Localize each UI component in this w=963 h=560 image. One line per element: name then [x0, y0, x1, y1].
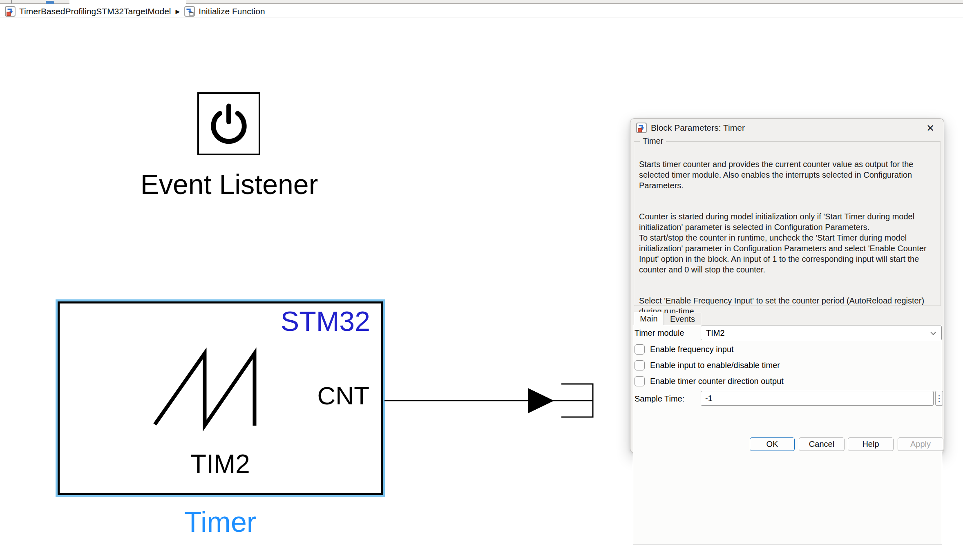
breadcrumb: TimerBasedProfilingSTM32TargetModel ▶ In… — [0, 5, 963, 18]
event-listener-block[interactable] — [197, 92, 260, 155]
enable-frequency-input-row: Enable frequency input — [635, 344, 734, 355]
event-listener-caption: Event Listener — [107, 168, 352, 200]
breadcrumb-item-model[interactable]: TimerBasedProfilingSTM32TargetModel — [5, 6, 171, 17]
timer-module-value: TIM2 — [706, 328, 725, 338]
breadcrumb-subsystem-label[interactable]: Initialize Function — [199, 7, 265, 16]
signal-line[interactable] — [384, 380, 599, 422]
enable-counter-direction-row: Enable timer counter direction output — [635, 376, 784, 386]
block-parameters-dialog: Block Parameters: Timer ✕ Timer Starts t… — [630, 118, 944, 453]
signal-arrowhead-icon — [528, 388, 554, 413]
simulink-subsystem-icon — [184, 6, 195, 17]
sample-time-value: -1 — [705, 394, 713, 403]
dialog-title: Block Parameters: Timer — [651, 123, 745, 133]
sample-time-input[interactable]: -1 — [701, 391, 934, 406]
tab-main[interactable]: Main — [634, 312, 664, 325]
timer-groupbox-legend: Timer — [640, 136, 666, 146]
breadcrumb-separator-icon: ▶ — [175, 8, 181, 15]
chevron-down-icon — [930, 331, 936, 335]
timer-block-module-label: TIM2 — [60, 449, 381, 479]
simulink-editor: TimerBasedProfilingSTM32TargetModel ▶ In… — [0, 0, 963, 560]
enable-input-enable-disable-row: Enable input to enable/disable timer — [635, 360, 780, 370]
enable-frequency-input-label: Enable frequency input — [650, 345, 734, 354]
dialog-titlebar[interactable]: Block Parameters: Timer ✕ — [630, 119, 944, 137]
breadcrumb-model-label[interactable]: TimerBasedProfilingSTM32TargetModel — [19, 7, 171, 16]
toolbar-mini-icon — [46, 1, 54, 4]
dialog-button-row: OK Cancel Help Apply — [630, 437, 944, 451]
simulink-dialog-icon — [636, 123, 647, 133]
apply-button[interactable]: Apply — [898, 437, 943, 451]
main-tab-pane — [633, 325, 942, 544]
help-button[interactable]: Help — [848, 437, 894, 451]
ok-button[interactable]: OK — [750, 437, 795, 451]
timer-block[interactable]: STM32 CNT TIM2 — [58, 301, 383, 495]
description-paragraph: Counter is started during model initiali… — [639, 211, 936, 275]
enable-input-enable-disable-checkbox[interactable] — [635, 360, 645, 370]
enable-input-enable-disable-label: Enable input to enable/disable timer — [650, 361, 780, 370]
document-tab[interactable] — [69, 0, 186, 5]
power-icon — [205, 100, 253, 148]
enable-counter-direction-label: Enable timer counter direction output — [650, 377, 784, 386]
close-icon[interactable]: ✕ — [923, 122, 937, 134]
toolbar-strip — [0, 0, 963, 4]
tab-events[interactable]: Events — [664, 313, 701, 325]
timer-module-label: Timer module — [635, 328, 684, 338]
sample-time-label: Sample Time: — [635, 394, 684, 404]
toolbar-divider — [11, 0, 12, 4]
sample-time-options-button[interactable]: ⋮ — [935, 391, 943, 406]
timer-block-caption[interactable]: Timer — [98, 506, 343, 538]
breadcrumb-item-subsystem[interactable]: Initialize Function — [184, 6, 265, 17]
timer-module-select[interactable]: TIM2 — [701, 326, 942, 340]
enable-frequency-input-checkbox[interactable] — [635, 344, 645, 355]
simulink-model-icon — [5, 6, 16, 17]
description-paragraph: Starts timer counter and provides the cu… — [639, 159, 936, 191]
timer-block-output-port-label: CNT — [317, 381, 369, 410]
timer-groupbox: Timer Starts timer counter and provides … — [634, 141, 941, 306]
enable-counter-direction-checkbox[interactable] — [635, 376, 645, 386]
cancel-button[interactable]: Cancel — [799, 437, 845, 451]
vertical-dots-icon: ⋮ — [935, 393, 943, 403]
